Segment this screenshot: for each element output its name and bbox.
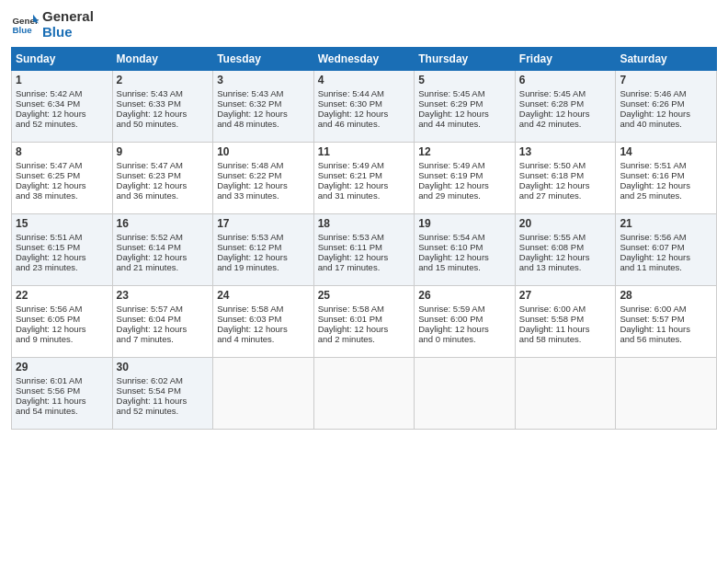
day-info: Daylight: 12 hours (318, 109, 411, 119)
day-number: 19 (418, 217, 511, 230)
day-info: Daylight: 12 hours (418, 109, 511, 119)
day-number: 11 (318, 145, 411, 158)
day-info: Sunrise: 5:52 AM (117, 232, 210, 242)
col-header-wednesday: Wednesday (313, 48, 415, 71)
col-header-thursday: Thursday (415, 48, 516, 71)
week-row-3: 15Sunrise: 5:51 AMSunset: 6:15 PMDayligh… (12, 214, 717, 286)
day-number: 21 (620, 217, 712, 230)
calendar-cell: 10Sunrise: 5:48 AMSunset: 6:22 PMDayligh… (213, 143, 314, 214)
day-info: Sunrise: 5:48 AM (217, 160, 310, 170)
header-row: SundayMondayTuesdayWednesdayThursdayFrid… (12, 48, 717, 71)
day-info: and 36 minutes. (117, 190, 210, 201)
calendar-cell: 28Sunrise: 6:00 AMSunset: 5:57 PMDayligh… (616, 286, 717, 358)
day-info: Sunrise: 6:02 AM (117, 375, 210, 385)
calendar-cell: 3Sunrise: 5:43 AMSunset: 6:32 PMDaylight… (213, 71, 314, 143)
calendar-cell: 22Sunrise: 5:56 AMSunset: 6:05 PMDayligh… (12, 286, 113, 358)
day-info: Daylight: 12 hours (620, 252, 712, 262)
day-number: 8 (16, 145, 108, 158)
day-info: Sunrise: 6:01 AM (16, 375, 108, 385)
calendar-cell: 14Sunrise: 5:51 AMSunset: 6:16 PMDayligh… (616, 143, 717, 214)
day-info: and 29 minutes. (418, 190, 511, 201)
day-info: Sunrise: 5:44 AM (318, 88, 411, 98)
day-number: 17 (217, 217, 310, 230)
day-info: Daylight: 12 hours (418, 324, 511, 334)
day-number: 27 (519, 289, 612, 302)
calendar-cell: 25Sunrise: 5:58 AMSunset: 6:01 PMDayligh… (313, 286, 415, 358)
day-number: 24 (217, 289, 310, 302)
day-info: Sunset: 5:56 PM (16, 385, 108, 396)
calendar-cell (616, 358, 717, 430)
day-info: Daylight: 12 hours (519, 180, 612, 190)
calendar-cell: 4Sunrise: 5:44 AMSunset: 6:30 PMDaylight… (313, 71, 415, 143)
calendar-cell: 18Sunrise: 5:53 AMSunset: 6:11 PMDayligh… (313, 214, 415, 286)
day-info: and 50 minutes. (117, 119, 210, 129)
logo: General Blue General Blue (11, 9, 94, 40)
day-info: and 7 minutes. (117, 334, 210, 344)
day-info: and 4 minutes. (217, 334, 310, 344)
col-header-saturday: Saturday (616, 48, 717, 71)
day-info: Sunset: 6:28 PM (519, 98, 612, 109)
day-number: 16 (117, 217, 210, 230)
day-info: Daylight: 12 hours (318, 180, 411, 190)
day-number: 14 (620, 145, 712, 158)
logo-general: General (42, 9, 94, 25)
day-number: 9 (117, 145, 210, 158)
day-info: Sunrise: 5:43 AM (117, 88, 210, 98)
day-info: and 52 minutes. (117, 406, 210, 416)
day-info: Sunset: 6:30 PM (318, 98, 411, 109)
day-info: and 19 minutes. (217, 262, 310, 272)
day-info: Daylight: 12 hours (217, 324, 310, 334)
day-info: Sunset: 6:33 PM (117, 98, 210, 109)
col-header-monday: Monday (112, 48, 213, 71)
day-info: Sunrise: 5:42 AM (16, 88, 108, 98)
day-info: Daylight: 11 hours (117, 396, 210, 406)
day-info: and 46 minutes. (318, 119, 411, 129)
day-number: 20 (519, 217, 612, 230)
calendar-cell: 11Sunrise: 5:49 AMSunset: 6:21 PMDayligh… (313, 143, 415, 214)
day-info: Sunrise: 5:43 AM (217, 88, 310, 98)
day-info: and 52 minutes. (16, 119, 108, 129)
day-info: Sunset: 6:21 PM (318, 170, 411, 180)
day-info: Sunrise: 5:45 AM (418, 88, 511, 98)
day-info: Daylight: 11 hours (16, 396, 108, 406)
calendar-cell (313, 358, 415, 430)
calendar-cell: 27Sunrise: 6:00 AMSunset: 5:58 PMDayligh… (515, 286, 616, 358)
calendar-cell (515, 358, 616, 430)
day-info: Daylight: 12 hours (16, 324, 108, 334)
day-info: Sunrise: 6:00 AM (519, 304, 612, 314)
day-info: Daylight: 12 hours (620, 109, 712, 119)
day-info: Daylight: 12 hours (620, 180, 712, 190)
day-info: Sunset: 6:03 PM (217, 314, 310, 324)
day-info: Sunset: 6:00 PM (418, 314, 511, 324)
calendar-cell: 9Sunrise: 5:47 AMSunset: 6:23 PMDaylight… (112, 143, 213, 214)
calendar-cell (415, 358, 516, 430)
day-info: Sunset: 6:07 PM (620, 242, 712, 252)
day-number: 30 (117, 361, 210, 373)
day-info: Sunrise: 5:55 AM (519, 232, 612, 242)
day-info: and 48 minutes. (217, 119, 310, 129)
day-info: and 42 minutes. (519, 119, 612, 129)
day-info: Daylight: 12 hours (418, 252, 511, 262)
logo-blue: Blue (42, 25, 94, 40)
day-info: and 40 minutes. (620, 119, 712, 129)
day-info: Daylight: 12 hours (117, 324, 210, 334)
day-info: Sunrise: 5:50 AM (519, 160, 612, 170)
day-info: Daylight: 12 hours (117, 109, 210, 119)
day-info: Sunrise: 5:57 AM (117, 304, 210, 314)
day-number: 18 (318, 217, 411, 230)
calendar-cell: 2Sunrise: 5:43 AMSunset: 6:33 PMDaylight… (112, 71, 213, 143)
day-info: Sunset: 6:10 PM (418, 242, 511, 252)
day-number: 4 (318, 74, 411, 86)
day-info: Sunset: 6:14 PM (117, 242, 210, 252)
day-info: Daylight: 12 hours (217, 180, 310, 190)
calendar-cell: 20Sunrise: 5:55 AMSunset: 6:08 PMDayligh… (515, 214, 616, 286)
day-info: Sunrise: 5:54 AM (418, 232, 511, 242)
day-info: Sunrise: 5:45 AM (519, 88, 612, 98)
day-info: Sunset: 6:29 PM (418, 98, 511, 109)
col-header-sunday: Sunday (12, 48, 113, 71)
day-info: Sunrise: 5:58 AM (217, 304, 310, 314)
day-number: 5 (418, 74, 511, 86)
day-info: Sunrise: 5:49 AM (418, 160, 511, 170)
day-info: Sunset: 6:16 PM (620, 170, 712, 180)
calendar-cell: 12Sunrise: 5:49 AMSunset: 6:19 PMDayligh… (415, 143, 516, 214)
